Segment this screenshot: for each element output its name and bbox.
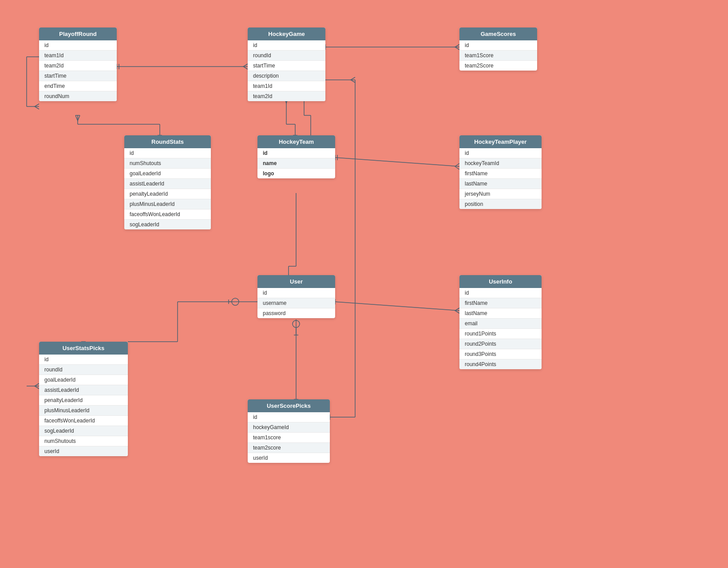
table-row: faceoffsWonLeaderId [124,209,211,220]
table-header-UserStatsPicks: UserStatsPicks [39,342,128,355]
table-row: team2Id [39,61,117,71]
table-row: round2Points [459,339,542,349]
table-row: team2Id [248,91,325,101]
table-header-HockeyTeam: HockeyTeam [257,135,335,148]
table-row: team2Score [459,61,537,71]
table-row: id [248,412,330,422]
table-row: assistLeaderId [124,179,211,189]
table-row: jerseyNum [459,189,542,199]
table-row: sogLeaderId [39,426,128,436]
table-row: startTime [248,61,325,71]
table-HockeyTeamPlayer: HockeyTeamPlayer id hockeyTeamId firstNa… [459,135,542,209]
table-row: id [257,148,335,158]
table-row: id [459,148,542,158]
table-row: lastName [459,308,542,319]
table-row: email [459,319,542,329]
table-row: faceoffsWonLeaderId [39,416,128,426]
table-row: penaltyLeaderId [124,189,211,199]
table-row: round1Points [459,329,542,339]
table-UserScorePicks: UserScorePicks id hockeyGameId team1scor… [248,399,330,463]
table-row: goalLeaderId [124,169,211,179]
table-UserInfo: UserInfo id firstName lastName email rou… [459,275,542,369]
table-row: assistLeaderId [39,385,128,395]
table-row: team1Id [248,81,325,91]
table-row: hockeyTeamId [459,158,542,169]
table-row: id [257,288,335,298]
table-row: team1Score [459,51,537,61]
table-row: position [459,199,542,209]
table-row: endTime [39,81,117,91]
table-row: userId [248,453,330,463]
table-header-UserScorePicks: UserScorePicks [248,399,330,412]
table-row: id [459,40,537,51]
table-row: name [257,158,335,169]
table-row: id [39,355,128,365]
table-PlayoffRound: PlayoffRound id team1Id team2Id startTim… [39,28,117,101]
table-row: round3Points [459,349,542,359]
table-header-HockeyTeamPlayer: HockeyTeamPlayer [459,135,542,148]
table-HockeyGame: HockeyGame id roundId startTime descript… [248,28,325,101]
table-row: numShutouts [124,158,211,169]
diagram-container: PlayoffRound id team1Id team2Id startTim… [0,0,728,568]
table-header-GameScores: GameScores [459,28,537,40]
table-header-PlayoffRound: PlayoffRound [39,28,117,40]
table-row: team2score [248,443,330,453]
table-row: team1score [248,433,330,443]
table-row: lastName [459,179,542,189]
table-row: plusMinusLeaderId [124,199,211,209]
table-row: id [39,40,117,51]
table-row: roundId [39,365,128,375]
table-row: firstName [459,298,542,308]
table-row: penaltyLeaderId [39,395,128,406]
svg-point-39 [293,320,300,327]
table-row: plusMinusLeaderId [39,406,128,416]
table-User: User id username password [257,275,335,318]
table-row: userId [39,446,128,456]
table-UserStatsPicks: UserStatsPicks id roundId goalLeaderId a… [39,342,128,456]
table-row: logo [257,169,335,178]
table-RoundStats: RoundStats id numShutouts goalLeaderId a… [124,135,211,229]
svg-point-43 [232,298,239,305]
table-row: id [459,288,542,298]
table-row: id [124,148,211,158]
table-header-HockeyGame: HockeyGame [248,28,325,40]
table-row: firstName [459,169,542,179]
table-row: password [257,308,335,318]
table-row: username [257,298,335,308]
table-header-RoundStats: RoundStats [124,135,211,148]
table-row: roundId [248,51,325,61]
svg-line-18 [335,302,459,311]
table-HockeyTeam: HockeyTeam id name logo [257,135,335,178]
table-GameScores: GameScores id team1Score team2Score [459,28,537,71]
table-row: team1Id [39,51,117,61]
table-row: startTime [39,71,117,81]
table-row: round4Points [459,359,542,369]
table-row: goalLeaderId [39,375,128,385]
table-row: id [248,40,325,51]
table-row: numShutouts [39,436,128,446]
table-header-UserInfo: UserInfo [459,275,542,288]
table-header-User: User [257,275,335,288]
table-row: description [248,71,325,81]
table-row: roundNum [39,91,117,101]
svg-line-14 [335,158,459,166]
table-row: hockeyGameId [248,422,330,433]
table-row: sogLeaderId [124,220,211,229]
